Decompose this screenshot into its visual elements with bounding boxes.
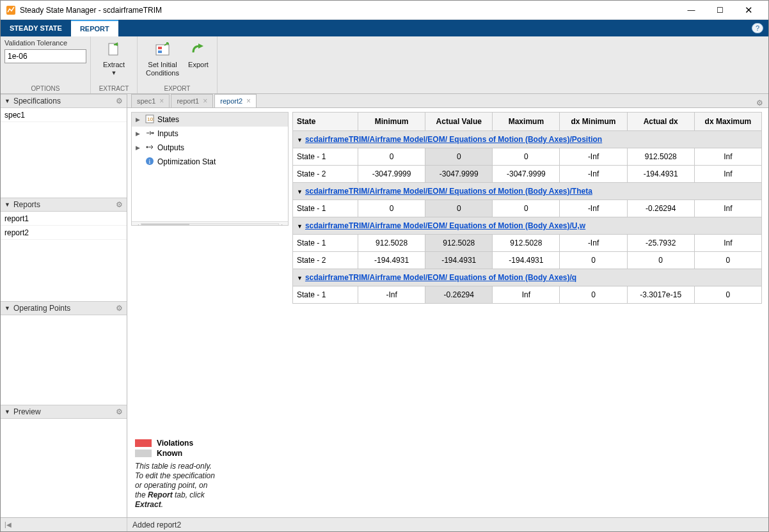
chevron-down-icon: ▼: [111, 70, 117, 76]
preview-body: [1, 419, 127, 517]
outputs-icon: [145, 143, 155, 153]
minimize-button[interactable]: —: [677, 1, 706, 20]
group-link[interactable]: scdairframeTRIM/Airframe Model/EOM/ Equa…: [305, 221, 585, 230]
close-icon[interactable]: ×: [203, 97, 207, 106]
tree-hscroll[interactable]: ◀ ▶: [132, 221, 288, 226]
collapse-icon: ▼: [297, 137, 303, 143]
legend: Violations Known This table is read-only…: [131, 435, 289, 513]
group-link[interactable]: scdairframeTRIM/Airframe Model/EOM/ Equa…: [305, 273, 576, 282]
actual-value: -194.4931: [425, 252, 493, 269]
inputs-icon: [145, 129, 155, 139]
operating-points-header[interactable]: ▼ Operating Points ⚙: [1, 301, 127, 315]
tree-inputs[interactable]: ▶ Inputs: [132, 127, 288, 141]
table-row: State - 1000-Inf-0.26294Inf: [293, 200, 762, 217]
table-row: State - 1000-Inf912.5028Inf: [293, 148, 762, 166]
document-body: ▶ 101 States ▶ Inputs: [127, 108, 768, 517]
state-label: State - 2: [293, 252, 358, 269]
table-header: dx Maximum: [694, 113, 761, 131]
reports-header[interactable]: ▼ Reports ⚙: [1, 198, 127, 212]
state-label: State - 1: [293, 148, 358, 166]
tabs-gear-icon[interactable]: ⚙: [756, 98, 763, 107]
info-icon: i: [145, 157, 155, 168]
reports-list: report1report2: [1, 212, 127, 301]
status-nav-first-icon[interactable]: |◀: [4, 521, 12, 528]
table-header: Minimum: [358, 113, 425, 131]
status-bar: |◀ Added report2: [1, 517, 768, 531]
group-row[interactable]: ▼scdairframeTRIM/Airframe Model/EOM/ Equ…: [293, 269, 762, 286]
readonly-note: This table is read-only. To edit the spe…: [135, 462, 218, 510]
report-item[interactable]: report2: [1, 226, 127, 240]
window-title: Steady State Manager - scdairframeTRIM: [20, 6, 677, 15]
table-header: dx Minimum: [560, 113, 627, 131]
group-export: Set Initial Conditions Export EXPORT: [138, 36, 218, 93]
table-row: State - 2-194.4931-194.4931-194.4931000: [293, 252, 762, 269]
table-header: State: [293, 113, 358, 131]
doc-tab[interactable]: spec1×: [131, 94, 170, 107]
tree-optimization[interactable]: i Optimization Stat: [132, 155, 288, 169]
doc-tab[interactable]: report2×: [214, 94, 257, 107]
toolstrip: Validation Tolerance OPTIONS Extract ▼ E…: [1, 36, 768, 94]
group-options: Validation Tolerance OPTIONS: [1, 36, 91, 93]
spec-item[interactable]: spec1: [1, 108, 127, 122]
collapse-icon: ▼: [297, 223, 303, 230]
extract-button[interactable]: Extract ▼: [95, 39, 133, 76]
preview-header[interactable]: ▼ Preview ⚙: [1, 405, 127, 419]
operating-points-list: [1, 315, 127, 405]
collapse-icon: ▼: [4, 201, 10, 208]
group-row[interactable]: ▼scdairframeTRIM/Airframe Model/EOM/ Equ…: [293, 183, 762, 200]
report-item[interactable]: report1: [1, 212, 127, 226]
close-icon[interactable]: ×: [246, 97, 251, 106]
gear-icon[interactable]: ⚙: [116, 97, 123, 106]
gear-icon[interactable]: ⚙: [116, 304, 123, 313]
svg-point-8: [147, 146, 148, 148]
collapse-icon: ▼: [4, 305, 10, 311]
table-header: Actual dx: [627, 113, 694, 131]
left-dock: ▼ Specifications ⚙ spec1 ▼ Reports ⚙ rep…: [1, 94, 127, 517]
document-tabs: spec1×report1×report2×⚙: [127, 94, 768, 108]
collapse-icon: ▼: [4, 98, 10, 104]
maximize-button[interactable]: ☐: [706, 1, 734, 20]
specifications-header[interactable]: ▼ Specifications ⚙: [1, 94, 127, 108]
status-message: Added report2: [127, 520, 768, 529]
specifications-list: spec1: [1, 108, 127, 198]
actual-value: -0.26294: [425, 286, 493, 304]
gear-icon[interactable]: ⚙: [116, 200, 123, 209]
export-button[interactable]: Export: [184, 39, 213, 69]
table-header: Maximum: [493, 113, 560, 131]
collapse-icon: ▼: [297, 275, 303, 281]
svg-rect-4: [158, 51, 162, 53]
gear-icon[interactable]: ⚙: [116, 407, 123, 416]
svg-text:101: 101: [147, 116, 154, 122]
help-button[interactable]: ?: [747, 20, 768, 36]
report-table: StateMinimumActual ValueMaximumdx Minimu…: [292, 112, 762, 304]
tab-report[interactable]: REPORT: [71, 20, 118, 36]
set-initial-conditions-button[interactable]: Set Initial Conditions: [141, 39, 184, 77]
expand-icon: ▶: [136, 130, 142, 137]
tolerance-label: Validation Tolerance: [4, 39, 67, 47]
collapse-icon: ▼: [297, 189, 303, 195]
group-link[interactable]: scdairframeTRIM/Airframe Model/EOM/ Equa…: [305, 187, 592, 196]
svg-point-7: [152, 132, 154, 134]
violations-swatch: [135, 439, 152, 447]
actual-value: 912.5028: [425, 235, 493, 252]
tree-states[interactable]: ▶ 101 States: [132, 113, 288, 127]
state-label: State - 1: [293, 200, 358, 217]
main-area: spec1×report1×report2×⚙ ▶ 101 States: [127, 94, 768, 517]
app-icon: [6, 5, 16, 15]
nav-tree: ▶ 101 States ▶ Inputs: [131, 112, 289, 226]
expand-icon: ▶: [136, 145, 142, 151]
close-icon[interactable]: ×: [159, 97, 164, 106]
close-button[interactable]: ✕: [734, 1, 763, 20]
group-link[interactable]: scdairframeTRIM/Airframe Model/EOM/ Equa…: [305, 135, 602, 144]
tree-outputs[interactable]: ▶ Outputs: [132, 141, 288, 155]
tolerance-input[interactable]: [4, 49, 86, 63]
group-row[interactable]: ▼scdairframeTRIM/Airframe Model/EOM/ Equ…: [293, 217, 762, 235]
group-row[interactable]: ▼scdairframeTRIM/Airframe Model/EOM/ Equ…: [293, 131, 762, 148]
title-bar: Steady State Manager - scdairframeTRIM —…: [1, 1, 768, 20]
group-extract: Extract ▼ EXTRACT: [91, 36, 138, 93]
content-area: ▼ Specifications ⚙ spec1 ▼ Reports ⚙ rep…: [1, 94, 768, 517]
tab-steady-state[interactable]: STEADY STATE: [1, 20, 71, 36]
state-label: State - 1: [293, 286, 358, 304]
svg-text:i: i: [149, 158, 151, 165]
doc-tab[interactable]: report1×: [171, 94, 213, 107]
